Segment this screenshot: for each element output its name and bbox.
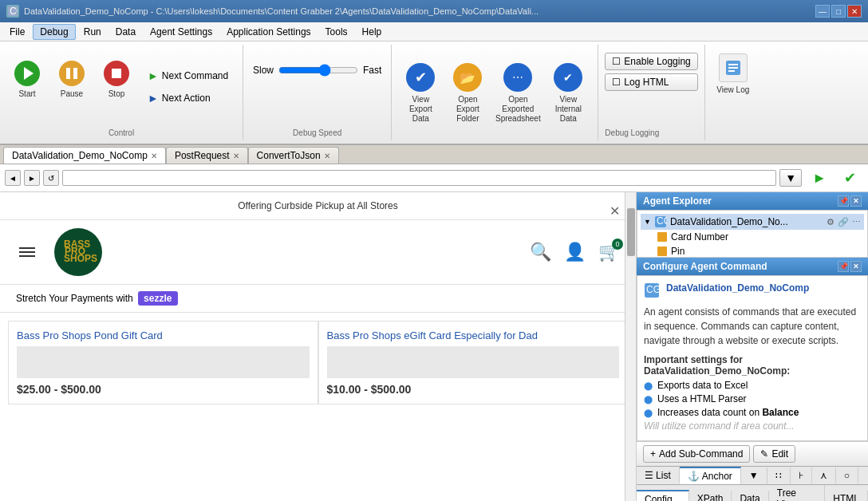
field-icon-1 bbox=[657, 231, 668, 243]
config-command-name: DataValidation_Demo_NoComp bbox=[666, 282, 809, 294]
agent-explorer-pin-button[interactable]: 📌 bbox=[838, 195, 849, 207]
agent-tree-item-1[interactable]: Card Number bbox=[641, 230, 864, 244]
edit-label: Edit bbox=[771, 448, 788, 460]
close-button[interactable]: ✕ bbox=[847, 5, 862, 18]
notification-text: Offering Curbside Pickup at All Stores bbox=[238, 200, 398, 211]
configure-panel-controls: 📌 ✕ bbox=[838, 261, 862, 272]
product-item-0[interactable]: Bass Pro Shops Pond Gift Card $25.00 - $… bbox=[8, 321, 318, 404]
open-export-folder-button[interactable]: 📂 Open ExportFolder bbox=[444, 57, 491, 128]
minimize-button[interactable]: ― bbox=[815, 5, 830, 18]
nav-refresh-button[interactable]: ↺ bbox=[43, 170, 59, 186]
tab-icon-3[interactable]: ⋏ bbox=[812, 467, 836, 483]
nav-dropdown-button[interactable]: ▼ bbox=[779, 169, 802, 187]
agent-explorer-header: Agent Explorer 📌 ✕ bbox=[637, 192, 868, 210]
view-log-section: View Log bbox=[705, 45, 761, 140]
menu-tools[interactable]: Tools bbox=[319, 25, 354, 39]
right-tab-xpath[interactable]: XPath bbox=[689, 491, 732, 501]
next-buttons: ► Next Command ► Next Action bbox=[140, 66, 236, 108]
stop-button[interactable]: Stop bbox=[96, 55, 137, 119]
sezzle-bar: Stretch Your Payments with sezzle bbox=[0, 285, 636, 313]
hamburger-menu[interactable] bbox=[16, 244, 38, 260]
notification-close-button[interactable]: ✕ bbox=[610, 203, 620, 219]
tab-list[interactable]: ☰ List bbox=[637, 467, 680, 483]
menu-application-settings[interactable]: Application Settings bbox=[220, 25, 317, 39]
menubar: File Debug Run Data Agent Settings Appli… bbox=[0, 22, 868, 41]
tab-postrequest[interactable]: PostRequest ✕ bbox=[166, 147, 248, 164]
cart-icon[interactable]: 🛒 0 bbox=[598, 242, 620, 262]
add-sub-command-button[interactable]: + Add Sub-Command bbox=[643, 445, 750, 463]
fast-label: Fast bbox=[363, 65, 381, 76]
product-item-1[interactable]: Bass Pro Shops eGift Card Especially for… bbox=[318, 321, 629, 404]
nav-confirm-button[interactable]: ✔ bbox=[837, 167, 863, 189]
browser-scrollbar[interactable] bbox=[625, 192, 636, 501]
right-tab-treeview[interactable]: Tree View bbox=[769, 485, 826, 501]
agent-more-icon[interactable]: ⋯ bbox=[852, 217, 861, 227]
menu-agent-settings[interactable]: Agent Settings bbox=[144, 25, 219, 39]
agent-tree-item-0[interactable]: ▼ CG DataValidation_Demo_No... ⚙ 🔗 ⋯ bbox=[641, 214, 864, 230]
start-button[interactable]: Start bbox=[6, 55, 48, 119]
enable-logging-button[interactable]: ☐ Enable Logging bbox=[605, 53, 697, 70]
view-internal-data-button[interactable]: ✔ View InternalData bbox=[545, 57, 591, 128]
tab-close-datavalidation[interactable]: ✕ bbox=[151, 152, 157, 160]
view-export-data-icon: ✔ bbox=[406, 63, 435, 92]
agent-link-icon[interactable]: 🔗 bbox=[838, 217, 849, 227]
tab-close-converttojson[interactable]: ✕ bbox=[324, 152, 330, 160]
configure-panel-close-button[interactable]: ✕ bbox=[850, 261, 862, 272]
control-buttons: Start Pause Stop ► Next Command ► Ne bbox=[6, 48, 236, 125]
menu-file[interactable]: File bbox=[3, 25, 31, 39]
debug-speed-label: Debug Speed bbox=[293, 125, 341, 137]
nav-run-button[interactable]: ► bbox=[805, 168, 834, 189]
agent-tree-item-2[interactable]: Pin bbox=[641, 244, 864, 258]
view-export-data-button[interactable]: ✔ View ExportData bbox=[398, 57, 443, 128]
view-log-icon bbox=[719, 53, 748, 82]
settings-icon: ⋏ bbox=[820, 470, 827, 481]
menu-data[interactable]: Data bbox=[109, 25, 142, 39]
configure-panel-pin-button[interactable]: 📌 bbox=[838, 261, 849, 272]
tab-datvalidation[interactable]: DataValidation_Demo_NoComp ✕ bbox=[3, 147, 166, 164]
search-icon[interactable]: 🔍 bbox=[530, 242, 551, 262]
tab-icon-1[interactable]: ∷ bbox=[767, 467, 791, 483]
right-tab-html[interactable]: HTML bbox=[825, 491, 868, 501]
right-tab-treeview-label: Tree View bbox=[777, 487, 798, 501]
menu-run[interactable]: Run bbox=[77, 25, 108, 39]
window-title: DataValidation_Demo_NoComp - C:\Users\lo… bbox=[24, 6, 811, 16]
basspro-logo: BASS PRO SHOPS bbox=[54, 228, 102, 276]
tab-converttojson[interactable]: ConvertToJson ✕ bbox=[248, 147, 339, 164]
agent-settings-icon[interactable]: ⚙ bbox=[827, 217, 834, 227]
right-tab-data[interactable]: Data bbox=[732, 491, 768, 501]
nav-back-button[interactable]: ◄ bbox=[5, 170, 21, 186]
next-action-button[interactable]: ► Next Action bbox=[140, 89, 236, 108]
tab-close-postrequest[interactable]: ✕ bbox=[233, 152, 239, 160]
config-settings-title: Important settings for DataValidation_De… bbox=[644, 354, 861, 377]
edit-button[interactable]: ✎ Edit bbox=[753, 445, 795, 463]
add-sub-command-label: Add Sub-Command bbox=[659, 448, 743, 460]
product-image-0 bbox=[17, 346, 310, 378]
agent-explorer-close-button[interactable]: ✕ bbox=[850, 195, 862, 207]
right-tab-html-label: HTML bbox=[833, 493, 859, 501]
tab-icon-4[interactable]: ○ bbox=[836, 467, 858, 483]
view-log-button[interactable]: View Log bbox=[712, 48, 754, 112]
nav-forward-button[interactable]: ► bbox=[24, 170, 40, 186]
user-icon[interactable]: 👤 bbox=[564, 242, 586, 262]
header-icons: 🔍 👤 🛒 0 bbox=[530, 242, 620, 262]
tab-anchor[interactable]: ⚓ Anchor bbox=[680, 467, 741, 484]
browser-content: Offering Curbside Pickup at All Stores ✕… bbox=[0, 192, 636, 501]
right-panel: Agent Explorer 📌 ✕ ▼ CG DataValidation_D… bbox=[637, 192, 868, 501]
restore-button[interactable]: □ bbox=[831, 5, 846, 18]
agent-label-2: Pin bbox=[671, 246, 685, 257]
tab-filter[interactable]: ▼ bbox=[741, 467, 767, 483]
open-exported-spreadsheet-button[interactable]: ⋯ Open ExportedSpreadsheet bbox=[492, 57, 543, 128]
url-input[interactable]: https://www.basspro.com/shop/en/gift-car… bbox=[62, 170, 776, 186]
sezzle-logo: sezzle bbox=[138, 291, 178, 306]
tree-expand-0: ▼ bbox=[644, 218, 651, 226]
next-command-button[interactable]: ► Next Command bbox=[140, 66, 236, 85]
log-html-button[interactable]: ☐ Log HTML bbox=[605, 73, 697, 91]
speed-slider[interactable] bbox=[278, 64, 358, 77]
ham-line-1 bbox=[19, 247, 35, 249]
stop-icon bbox=[104, 61, 129, 86]
right-tab-config[interactable]: Config... bbox=[637, 490, 689, 501]
pause-button[interactable]: Pause bbox=[51, 55, 93, 119]
tab-icon-2[interactable]: ⊦ bbox=[791, 467, 812, 483]
menu-help[interactable]: Help bbox=[356, 25, 389, 39]
menu-debug[interactable]: Debug bbox=[33, 24, 75, 40]
